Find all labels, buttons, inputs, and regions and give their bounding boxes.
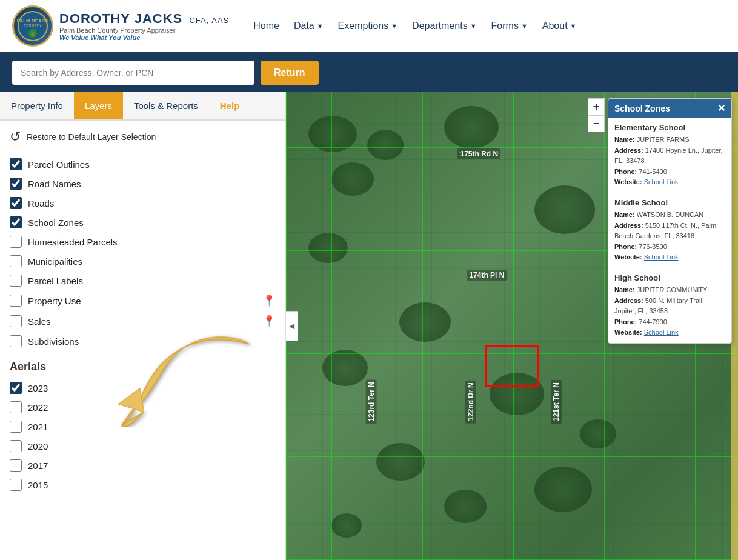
zoom-out-button[interactable]: − — [588, 115, 605, 132]
return-button[interactable]: Return — [261, 61, 319, 85]
high-school-link[interactable]: School Link — [644, 328, 679, 336]
nav-home[interactable]: Home — [253, 21, 279, 32]
nav-data[interactable]: Data ▼ — [294, 21, 324, 32]
nav-forms[interactable]: Forms ▼ — [491, 21, 528, 32]
elementary-school-link[interactable]: School Link — [644, 178, 679, 185]
road-label-175th: 175th Rd N — [457, 148, 500, 159]
middle-school-type: Middle School — [614, 198, 725, 207]
layer-roads-checkbox[interactable] — [10, 197, 22, 209]
sidebar: Property Info Layers Tools & Reports Hel… — [0, 92, 286, 560]
nav-data-arrow: ▼ — [317, 22, 324, 30]
nav-exemptions[interactable]: Exemptions ▼ — [338, 21, 397, 32]
aerial-2017-checkbox[interactable] — [10, 459, 22, 472]
layer-property-use-checkbox[interactable] — [10, 295, 22, 307]
aerial-2015: 2015 — [10, 475, 276, 495]
tab-layers[interactable]: Layers — [74, 92, 123, 119]
school-zones-title: School Zones — [614, 104, 670, 113]
layer-property-use-label: Property Use — [28, 296, 256, 306]
layer-road-names-label: Road Names — [28, 179, 276, 189]
search-area: Return — [0, 53, 738, 92]
layer-homesteaded: Homesteaded Parcels — [10, 232, 276, 252]
selected-parcel — [485, 345, 539, 387]
restore-icon: ↺ — [10, 129, 21, 145]
aerial-2021-checkbox[interactable] — [10, 421, 22, 433]
logo-area: PALM BEACH COUNTY 🌴 DOROTHY JACKS CFA, A… — [12, 5, 229, 47]
aerial-2023: 2023 — [10, 378, 276, 398]
layer-sales-label: Sales — [28, 316, 256, 327]
aerial-2022-checkbox[interactable] — [10, 401, 22, 413]
aerials-section-header: Aerials — [10, 361, 276, 373]
layer-parcel-labels-label: Parcel Labels — [28, 276, 276, 286]
aerial-2020-checkbox[interactable] — [10, 440, 22, 452]
nav-exemptions-arrow: ▼ — [391, 22, 397, 30]
elementary-school-info: Name: JUPITER FARMS Address: 17400 Hoyni… — [614, 135, 725, 188]
layer-sales-checkbox[interactable] — [10, 315, 22, 327]
layer-roads: Roads — [10, 193, 276, 213]
layer-subdivisions-label: Subdivisions — [28, 336, 276, 347]
road-label-121st: 121st Ter N — [551, 380, 562, 424]
tab-bar: Property Info Layers Tools & Reports Hel… — [0, 92, 285, 121]
aerial-2020: 2020 — [10, 436, 276, 456]
layer-list-container: Parcel Outlines Road Names Roads School … — [10, 155, 276, 351]
tab-tools-reports[interactable]: Tools & Reports — [123, 92, 209, 119]
logo-text: DOROTHY JACKS CFA, AAS Palm Beach County… — [59, 11, 229, 41]
svg-text:PALM BEACH: PALM BEACH — [17, 18, 48, 24]
elementary-school-type: Elementary School — [614, 123, 725, 132]
high-school-section: High School Name: JUPITER COMMUNITY Addr… — [608, 268, 731, 343]
aerial-2023-label: 2023 — [28, 383, 276, 393]
zoom-controls: + − — [588, 98, 605, 132]
school-zones-close-button[interactable]: ✕ — [717, 104, 725, 113]
aerial-2017: 2017 — [10, 456, 276, 475]
aerial-2020-label: 2020 — [28, 441, 276, 452]
school-zones-panel: School Zones ✕ Elementary School Name: J… — [608, 98, 732, 344]
tab-property-info[interactable]: Property Info — [0, 92, 74, 119]
aerial-2021: 2021 — [10, 417, 276, 436]
elementary-school-section: Elementary School Name: JUPITER FARMS Ad… — [608, 118, 731, 193]
nav-about-arrow: ▼ — [570, 22, 577, 30]
layer-parcel-outlines-checkbox[interactable] — [10, 158, 22, 170]
zoom-in-button[interactable]: + — [588, 98, 605, 115]
nav-departments[interactable]: Departments ▼ — [412, 21, 476, 32]
nav-about[interactable]: About ▼ — [542, 21, 577, 32]
layer-sales-pin[interactable]: 📍 — [262, 315, 276, 328]
nav-departments-arrow: ▼ — [470, 22, 477, 30]
layer-road-names-checkbox[interactable] — [10, 178, 22, 190]
map-area[interactable]: 175th Rd N 174th Pl N 123rd Ter N 122nd … — [286, 92, 738, 560]
road-label-174th: 174th Pl N — [467, 270, 507, 281]
layer-parcel-labels-checkbox[interactable] — [10, 275, 22, 287]
layer-school-zones-checkbox[interactable] — [10, 216, 22, 228]
svg-text:COUNTY: COUNTY — [24, 24, 42, 28]
layer-roads-label: Roads — [28, 198, 276, 208]
search-input[interactable] — [12, 61, 254, 85]
layer-homesteaded-checkbox[interactable] — [10, 236, 22, 248]
layer-parcel-labels: Parcel Labels — [10, 271, 276, 290]
layer-subdivisions-checkbox[interactable] — [10, 335, 22, 347]
collapse-sidebar-button[interactable]: ◀ — [286, 311, 298, 341]
middle-school-link[interactable]: School Link — [644, 253, 679, 261]
restore-label: Restore to Default Layer Selection — [27, 132, 156, 142]
aerial-2017-label: 2017 — [28, 461, 276, 471]
aerial-2015-label: 2015 — [28, 480, 276, 490]
layer-school-zones-label: School Zones — [28, 218, 276, 228]
header: PALM BEACH COUNTY 🌴 DOROTHY JACKS CFA, A… — [0, 0, 738, 53]
layer-homesteaded-label: Homesteaded Parcels — [28, 237, 276, 247]
layer-road-names: Road Names — [10, 174, 276, 193]
aerial-2015-checkbox[interactable] — [10, 479, 22, 491]
layer-municipalities: Municipalities — [10, 252, 276, 271]
main-layout: Property Info Layers Tools & Reports Hel… — [0, 92, 738, 560]
restore-default-button[interactable]: ↺ Restore to Default Layer Selection — [10, 129, 276, 145]
layer-property-use: Property Use 📍 — [10, 290, 276, 311]
layer-parcel-outlines-label: Parcel Outlines — [28, 159, 276, 170]
layer-municipalities-checkbox[interactable] — [10, 255, 22, 267]
nav-forms-arrow: ▼ — [521, 22, 528, 30]
aerial-2022-label: 2022 — [28, 402, 276, 413]
layer-property-use-pin[interactable]: 📍 — [262, 294, 276, 307]
main-nav: Home Data ▼ Exemptions ▼ Departments ▼ F… — [253, 21, 726, 32]
sidebar-content: ↺ Restore to Default Layer Selection — [0, 121, 285, 560]
aerial-2023-checkbox[interactable] — [10, 382, 22, 394]
layer-municipalities-label: Municipalities — [28, 256, 276, 267]
middle-school-section: Middle School Name: WATSON B. DUNCAN Add… — [608, 193, 731, 268]
aerial-2021-label: 2021 — [28, 422, 276, 432]
tab-help[interactable]: Help — [209, 92, 251, 119]
road-label-122nd: 122nd Dr N — [465, 380, 476, 423]
